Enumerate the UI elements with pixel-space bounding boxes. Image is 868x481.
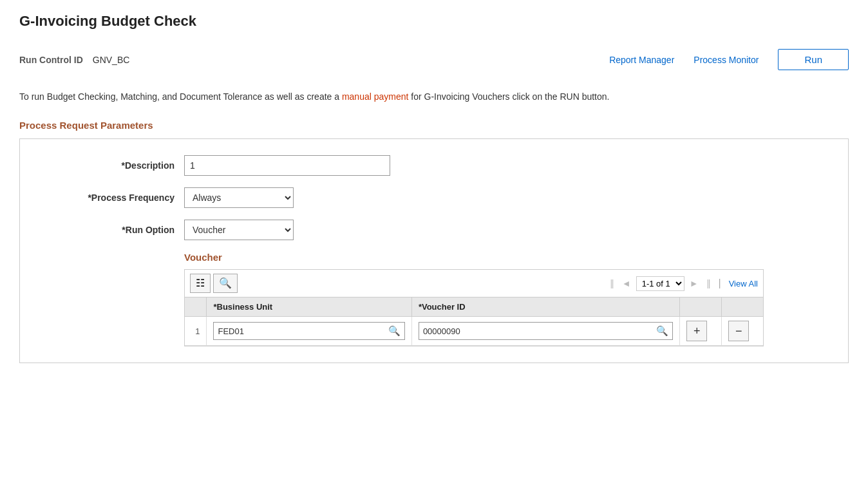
process-request-section-title: Process Request Parameters <box>19 120 849 131</box>
report-manager-link[interactable]: Report Manager <box>609 55 674 65</box>
run-control-id-value: GNV_BC <box>93 55 170 65</box>
search-icon: 🔍 <box>219 278 232 288</box>
description-input[interactable] <box>184 155 390 176</box>
delete-row-button[interactable]: − <box>728 321 749 341</box>
grid-view-button[interactable]: ☷ <box>190 274 211 293</box>
manual-payment-link[interactable]: manual payment <box>342 91 409 102</box>
table-row: 1 🔍 🔍 <box>185 317 763 346</box>
voucher-id-cell: 🔍 <box>411 317 679 346</box>
page-title: G-Invoicing Budget Check <box>19 13 849 30</box>
description-row: *Description <box>33 155 835 176</box>
grid-col-business-unit: *Business Unit <box>207 297 411 317</box>
process-frequency-row: *Process Frequency Always Once Don't Run <box>33 187 835 208</box>
pager-last-button[interactable]: ‖ <box>704 277 713 290</box>
business-unit-cell: 🔍 <box>207 317 411 346</box>
description-label: *Description <box>33 160 175 171</box>
pager-divider: | <box>719 278 721 289</box>
run-option-select[interactable]: Voucher Invoice Order <box>184 220 294 240</box>
pager-area: ‖ ◄ 1-1 of 1 ► ‖ | View All <box>607 276 758 291</box>
delete-row-cell: − <box>722 317 763 346</box>
pager-select[interactable]: 1-1 of 1 <box>636 276 684 291</box>
row-number: 1 <box>185 317 207 346</box>
grid-col-del <box>722 297 763 317</box>
run-control-row: Run Control ID GNV_BC Report Manager Pro… <box>19 49 849 70</box>
business-unit-lookup-icon[interactable]: 🔍 <box>387 324 402 338</box>
voucher-section: Voucher ☷ 🔍 ‖ ◄ 1-1 of 1 ► ‖ <box>184 252 835 346</box>
header-links: Report Manager Process Monitor <box>609 55 759 65</box>
voucher-section-title: Voucher <box>184 252 835 263</box>
grid-header-row: *Business Unit *Voucher ID <box>185 297 763 317</box>
grid-col-add <box>680 297 722 317</box>
grid-col-rownum <box>185 297 207 317</box>
params-box: *Description *Process Frequency Always O… <box>19 138 849 363</box>
process-frequency-label: *Process Frequency <box>33 193 175 203</box>
add-row-button[interactable]: + <box>686 321 707 341</box>
voucher-toolbar: ☷ 🔍 ‖ ◄ 1-1 of 1 ► ‖ | View All <box>185 270 763 297</box>
pager-first-button[interactable]: ‖ <box>607 277 617 290</box>
voucher-grid: *Business Unit *Voucher ID 1 🔍 <box>185 297 763 346</box>
run-option-label: *Run Option <box>33 225 175 235</box>
description-text: To run Budget Checking, Matching, and Do… <box>19 90 844 104</box>
description-text-after: for G-Invoicing Vouchers click on the RU… <box>408 91 609 102</box>
business-unit-input[interactable] <box>218 326 386 336</box>
view-all-link[interactable]: View All <box>729 279 758 288</box>
voucher-id-field: 🔍 <box>419 322 673 340</box>
pager-next-button[interactable]: ► <box>687 277 701 290</box>
search-button[interactable]: 🔍 <box>213 274 238 293</box>
add-row-cell: + <box>680 317 722 346</box>
pager-prev-button[interactable]: ◄ <box>619 277 634 290</box>
voucher-id-input[interactable] <box>423 326 655 336</box>
voucher-id-lookup-icon[interactable]: 🔍 <box>655 324 670 338</box>
process-monitor-link[interactable]: Process Monitor <box>693 55 759 65</box>
grid-col-voucher-id: *Voucher ID <box>411 297 679 317</box>
grid-icon: ☷ <box>196 278 205 288</box>
voucher-table-wrapper: ☷ 🔍 ‖ ◄ 1-1 of 1 ► ‖ | View All <box>184 269 764 346</box>
run-option-row: *Run Option Voucher Invoice Order <box>33 220 835 240</box>
process-frequency-select[interactable]: Always Once Don't Run <box>184 187 294 208</box>
run-control-id-label: Run Control ID <box>19 55 83 65</box>
description-text-before: To run Budget Checking, Matching, and Do… <box>19 91 342 102</box>
run-button[interactable]: Run <box>778 49 849 70</box>
business-unit-field: 🔍 <box>213 322 404 340</box>
